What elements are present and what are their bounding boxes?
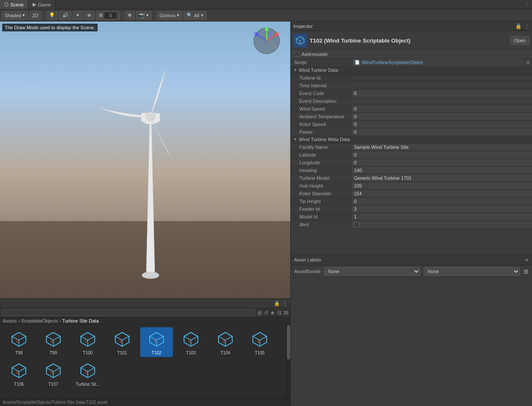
wind-speed-value[interactable]: 0 bbox=[351, 105, 532, 112]
svg-text:Y: Y bbox=[266, 26, 268, 29]
hub-height-label: Hub Height bbox=[291, 182, 351, 189]
breadcrumb-assets[interactable]: Assets bbox=[3, 318, 17, 323]
prop-model-id: Model Id 1 bbox=[291, 213, 532, 221]
asset-item-T105[interactable]: {} T105 bbox=[243, 327, 276, 357]
asset-item-T100[interactable]: {} T100 bbox=[71, 327, 104, 357]
ambient-temperature-value[interactable]: 0 bbox=[351, 113, 532, 120]
latitude-value[interactable]: 0 bbox=[351, 151, 532, 158]
event-description-value[interactable] bbox=[351, 100, 532, 102]
power-value[interactable]: 0 bbox=[351, 129, 532, 135]
heading-value[interactable]: 140 bbox=[351, 167, 532, 174]
asset-item-T102[interactable]: {} T102 bbox=[140, 327, 173, 357]
asset-search-input[interactable] bbox=[2, 309, 255, 316]
prop-feeder-id: Feeder Id 3 bbox=[291, 205, 532, 213]
rotor-diameter-value[interactable]: 154 bbox=[351, 190, 532, 197]
prop-event-code: Event Code 0 bbox=[291, 89, 532, 97]
asset-bundle-select-1[interactable]: None bbox=[324, 267, 421, 276]
inspector-lock-icon[interactable]: 🔒 bbox=[515, 23, 522, 29]
script-label: Script bbox=[291, 59, 351, 66]
lock-icon[interactable]: 🔒 bbox=[274, 301, 280, 306]
asset-item-T103[interactable]: {} T103 bbox=[175, 327, 207, 357]
asset-item-T101[interactable]: {} T101 bbox=[106, 327, 138, 357]
wind-turbine-data-header[interactable]: ▼ Wind Turbine Data bbox=[291, 67, 532, 74]
prop-wind-speed: Wind Speed 0 bbox=[291, 105, 532, 113]
asset-add-icon[interactable]: ⊞ bbox=[257, 310, 262, 316]
wind-turbine-meta-data-header[interactable]: ▼ Wind Turbine Meta Data bbox=[291, 136, 532, 143]
inspector-header: Inspector 🔒 ⋮ bbox=[291, 22, 532, 31]
script-row: Script 📄 WindTurbineScriptableObject ⚙ bbox=[291, 58, 532, 67]
all-dropdown[interactable]: 🔍 All ▾ bbox=[184, 11, 206, 20]
inspector-menu-icon[interactable]: ⋮ bbox=[524, 23, 529, 29]
wind-turbine-meta-data-label: Wind Turbine Meta Data bbox=[299, 137, 350, 142]
asset-item-T99[interactable]: {} T99 bbox=[37, 327, 70, 357]
turbine-svg bbox=[86, 43, 215, 284]
asset-bundle-expand-icon[interactable]: ⊞ bbox=[523, 268, 529, 275]
feeder-id-value[interactable]: 3 bbox=[351, 206, 532, 212]
chevron-down-icon: ▼ bbox=[293, 68, 297, 72]
shading-dropdown[interactable]: Shaded ▾ bbox=[2, 11, 28, 20]
camera-dropdown[interactable]: 📷 ▾ bbox=[136, 11, 152, 20]
time-interval-value[interactable] bbox=[351, 85, 532, 86]
transform-tool[interactable]: ✥ bbox=[125, 11, 135, 20]
asset-item-T106[interactable]: {} T106 bbox=[3, 359, 35, 388]
effects-icon: ✦ bbox=[76, 12, 80, 18]
tip-height-value[interactable]: 0 bbox=[351, 198, 532, 205]
light-toggle[interactable]: 💡 bbox=[46, 11, 58, 20]
model-id-value[interactable]: 1 bbox=[351, 213, 532, 220]
grid-toggle[interactable]: ⊞ 0 bbox=[96, 11, 120, 20]
inspector-title: Inspector bbox=[293, 24, 313, 29]
asset-refresh-icon[interactable]: ↺ bbox=[264, 310, 268, 316]
status-bar: Assets/ScriptableObjects/Turbine Site Da… bbox=[0, 398, 290, 406]
svg-text:{}: {} bbox=[16, 370, 19, 374]
hidden-toggle[interactable]: 👁 bbox=[84, 11, 95, 20]
tab-game[interactable]: ▶ Game bbox=[28, 0, 55, 9]
top-tab-bar: ⬡ Scene ▶ Game ⋮ bbox=[0, 0, 532, 9]
asset-labels-add-icon[interactable]: + bbox=[525, 256, 529, 263]
chevron-down-icon-meta: ▼ bbox=[293, 137, 297, 141]
prop-power: Power 0 bbox=[291, 128, 532, 136]
dots-icon[interactable]: ⋮ bbox=[283, 301, 288, 307]
script-gear-icon[interactable]: ⚙ bbox=[524, 60, 532, 65]
asset-bundle-select-2[interactable]: None bbox=[424, 267, 520, 276]
prop-ambient-temperature: Ambient Temperature 0 bbox=[291, 113, 532, 120]
addressable-row: Addressable bbox=[291, 50, 532, 58]
wind-turbine-data-label: Wind Turbine Data bbox=[299, 68, 338, 73]
spacer bbox=[291, 228, 532, 254]
rotor-speed-value[interactable]: 0 bbox=[351, 121, 532, 128]
asset-count-number: 26 bbox=[283, 310, 289, 315]
asset-item-turbine-site[interactable]: {} Turbine Sit... bbox=[71, 359, 104, 388]
tab-scene[interactable]: ⬡ Scene bbox=[0, 0, 28, 9]
svg-text:{}: {} bbox=[257, 338, 260, 343]
asset-star-icon[interactable]: ★ bbox=[270, 310, 275, 316]
separator3 bbox=[154, 12, 154, 19]
longitude-value[interactable]: 0 bbox=[351, 159, 532, 166]
breadcrumb-turbine-site[interactable]: Turbine Site Data bbox=[62, 318, 99, 323]
turbine-model-value[interactable]: Generic Wind Turbine 1701 bbox=[351, 175, 532, 181]
turbine-id-value[interactable] bbox=[351, 77, 532, 79]
alert-checkbox[interactable] bbox=[354, 222, 359, 227]
alert-value bbox=[351, 221, 532, 228]
facility-name-value[interactable]: Sample Wind Turbine Site bbox=[351, 144, 532, 151]
svg-text:{}: {} bbox=[16, 338, 19, 343]
scene-viewport[interactable]: The Draw Mode used to display the Scene. bbox=[0, 22, 290, 298]
audio-toggle[interactable]: 🔊 bbox=[59, 11, 71, 20]
asset-item-T98[interactable]: {} T98 bbox=[3, 327, 35, 357]
2d-toggle[interactable]: 2D bbox=[29, 11, 41, 20]
asset-item-T107[interactable]: {} T107 bbox=[37, 359, 70, 388]
inspector-obj-header: {} T102 (Wind Turbine Scriptable Object)… bbox=[291, 31, 532, 50]
effects-toggle[interactable]: ✦ bbox=[73, 11, 83, 20]
svg-point-4 bbox=[142, 272, 159, 279]
open-button[interactable]: Open bbox=[510, 36, 529, 45]
asset-labels-header: Asset Labels + bbox=[291, 254, 532, 265]
asset-item-T104[interactable]: {} T104 bbox=[209, 327, 242, 357]
breadcrumb-scriptable[interactable]: ScriptableObjects bbox=[21, 318, 58, 323]
event-code-value[interactable]: 0 bbox=[351, 90, 532, 97]
asset-labels-title: Asset Labels bbox=[294, 257, 321, 262]
draw-mode-tooltip: The Draw Mode used to display the Scene. bbox=[2, 24, 98, 31]
view-control[interactable]: ⊡ bbox=[276, 50, 280, 55]
more-options-icon[interactable]: ⋮ bbox=[522, 2, 532, 7]
assets-scrollbar[interactable] bbox=[286, 325, 290, 398]
hub-height-value[interactable]: 105 bbox=[351, 182, 532, 189]
gizmos-dropdown[interactable]: Gizmos ▾ bbox=[157, 11, 182, 20]
addressable-checkbox[interactable] bbox=[294, 52, 299, 57]
